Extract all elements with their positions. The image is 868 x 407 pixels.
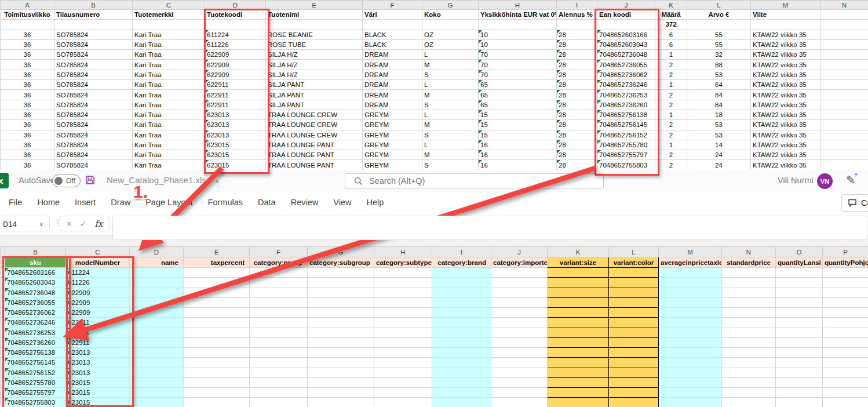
header-cell[interactable]: name [130,257,184,268]
header-cell[interactable]: quantityLansi [776,257,823,268]
cell[interactable] [820,150,868,160]
cell[interactable] [422,20,479,30]
header-cell[interactable]: variant:color [609,257,659,268]
cell[interactable]: BLACK [363,39,422,49]
column-header[interactable]: M [751,1,820,10]
cell[interactable]: OZ [422,39,479,49]
cell[interactable] [250,368,308,377]
cell[interactable] [820,30,868,39]
cell[interactable]: 36 [1,39,54,49]
cell[interactable] [820,39,868,49]
cell[interactable] [432,268,491,278]
cell[interactable] [548,398,609,407]
cell[interactable]: 7048652736253 [597,90,655,100]
cell[interactable]: 2 [655,90,687,100]
cell[interactable] [820,90,868,100]
cell[interactable]: 7048652755803 [5,398,66,407]
cell[interactable] [184,368,250,377]
column-header[interactable]: C [66,247,130,257]
cell[interactable] [659,297,722,307]
cell[interactable]: 7048652736246 [597,80,655,90]
cell[interactable] [1,398,5,407]
cell[interactable]: S [422,130,479,140]
cell[interactable]: 622911 [66,337,130,347]
cell[interactable] [1,328,5,337]
header-cell[interactable]: taxpercent [184,257,250,268]
cell[interactable] [250,328,308,337]
cell[interactable] [432,368,491,377]
cell[interactable]: DREAM [363,70,422,79]
cell[interactable] [250,288,308,297]
column-header[interactable]: F [363,1,422,10]
cell[interactable]: 32 [687,50,751,60]
cell[interactable] [609,358,659,368]
cell[interactable]: 36 [1,120,54,130]
cell[interactable] [308,278,374,288]
cell[interactable] [722,388,776,398]
cell[interactable]: 1 [655,80,687,90]
cell[interactable] [597,20,655,30]
cell[interactable]: DREAM [363,90,422,100]
cell[interactable] [776,398,823,407]
cell[interactable]: Kari Traa [133,150,205,160]
column-header[interactable]: I [432,247,491,257]
cell[interactable] [184,308,250,318]
cell[interactable] [130,358,184,368]
cell[interactable]: SO785824 [54,30,133,39]
cell[interactable] [722,377,776,387]
cell[interactable]: 7048652736055 [597,60,655,70]
cell[interactable] [491,278,548,288]
cell[interactable] [722,398,776,407]
cell[interactable]: SILJA H/Z [266,50,363,60]
cell[interactable]: Kari Traa [133,100,205,110]
cell[interactable] [491,318,548,328]
cell[interactable]: 1 [655,50,687,60]
cell[interactable] [722,288,776,297]
cell[interactable]: 2 [655,100,687,110]
cell[interactable] [130,328,184,337]
cell[interactable] [820,140,868,150]
cell[interactable] [491,358,548,368]
header-cell[interactable]: modelNumber [66,257,130,268]
cell[interactable] [491,297,548,307]
cell[interactable] [130,288,184,297]
cell[interactable] [491,388,548,398]
cell[interactable]: 622909 [205,60,266,70]
column-header[interactable]: C [133,1,205,10]
cell[interactable] [776,377,823,387]
cell[interactable]: L [422,140,479,150]
cell[interactable]: SO785824 [54,120,133,130]
cell[interactable]: KTAW22 viikko 35 [751,30,820,39]
cell[interactable]: 14 [687,140,751,150]
cell[interactable]: 36 [1,30,54,39]
cell[interactable] [823,368,868,377]
cell[interactable] [659,388,722,398]
header-cell[interactable]: Yksikköhinta EUR vat 0% [479,10,557,20]
cell[interactable]: TRAA LOUNGE PANT [266,160,363,170]
cell[interactable] [250,388,308,398]
column-header[interactable]: N [722,247,776,257]
cell[interactable] [776,318,823,328]
cell[interactable]: DREAM [363,100,422,110]
cell[interactable]: Kari Traa [133,120,205,130]
cell[interactable] [308,297,374,307]
cell[interactable] [374,358,432,368]
cell[interactable] [308,388,374,398]
cell[interactable]: 36 [1,60,54,70]
cell[interactable] [722,358,776,368]
cell[interactable]: 28 [557,140,597,150]
cell[interactable] [776,297,823,307]
cell[interactable]: 611224 [205,30,266,39]
header-cell[interactable]: averageinpricetaxless [659,257,722,268]
cell[interactable] [130,308,184,318]
cell[interactable] [491,308,548,318]
cell[interactable]: S [422,70,479,79]
cell[interactable]: 7048652755797 [5,388,66,398]
header-cell[interactable]: Alennus % [557,10,597,20]
cell[interactable]: 36 [1,140,54,150]
cell[interactable] [130,318,184,328]
cell[interactable]: 28 [557,60,597,70]
cell[interactable]: 623015 [66,388,130,398]
cell[interactable] [432,348,491,358]
cell[interactable]: 623015 [205,150,266,160]
